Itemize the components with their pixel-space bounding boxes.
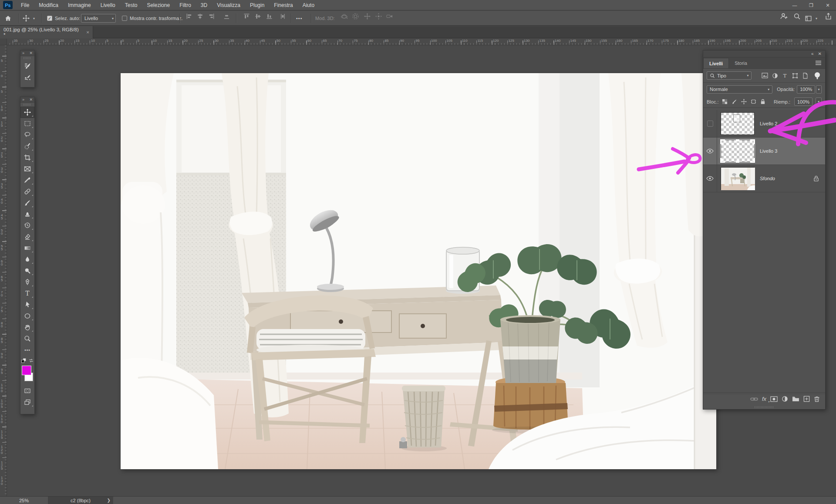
3d-camera-button[interactable] [384, 11, 395, 21]
tool-brush[interactable] [20, 197, 34, 208]
tool-blur[interactable] [20, 254, 34, 265]
fill-field[interactable]: 100% [794, 97, 812, 106]
tab-storia[interactable]: Storia [729, 58, 753, 68]
menu-item[interactable]: Aiuto [298, 0, 319, 10]
layer-style-button[interactable]: fx▾ [762, 396, 766, 402]
tool-crop[interactable] [20, 152, 34, 163]
tool-brush-settings[interactable] [20, 60, 34, 71]
tool-brushes-panel[interactable] [20, 71, 34, 83]
canvas-document[interactable] [121, 73, 716, 469]
layer-name[interactable]: Livello 3 [760, 148, 777, 154]
distribute-vertical-button[interactable] [277, 11, 288, 21]
new-group-icon[interactable] [792, 396, 799, 402]
menu-item[interactable]: Filtro [175, 0, 196, 10]
link-layers-icon[interactable] [750, 396, 758, 402]
menu-item[interactable]: 3D [196, 0, 212, 10]
3d-orbit-button[interactable] [339, 11, 349, 21]
opacity-dropdown-button[interactable]: ▾ [816, 85, 822, 94]
filter-adjustment-layers-button[interactable] [771, 71, 779, 80]
new-adjustment-layer-icon[interactable] [782, 396, 788, 402]
3d-pan-button[interactable] [362, 11, 372, 21]
tool-eraser[interactable] [20, 231, 34, 242]
zoom-level[interactable]: 25% [0, 498, 48, 503]
panel-collapse-icon[interactable]: » [22, 97, 24, 102]
tool-path-selection[interactable] [20, 299, 34, 310]
menu-item[interactable]: Visualizza [212, 0, 245, 10]
align-horizontal-center-button[interactable] [195, 11, 205, 21]
foreground-color-swatch[interactable] [22, 366, 31, 375]
layer-thumbnail[interactable] [721, 140, 755, 162]
align-left-button[interactable] [184, 11, 194, 21]
menu-item[interactable]: Livello [96, 0, 120, 10]
align-bottom-button[interactable] [264, 11, 274, 21]
align-top-button[interactable] [241, 11, 252, 21]
tool-clone-stamp[interactable] [20, 208, 34, 220]
layer-thumbnail[interactable] [721, 112, 755, 135]
panel-close-icon[interactable]: ✕ [29, 97, 33, 102]
filter-shape-layers-button[interactable] [791, 71, 799, 80]
tool-zoom[interactable] [20, 333, 34, 344]
lock-artboard-button[interactable] [750, 97, 757, 106]
workspace-switcher[interactable]: ▾ [805, 11, 817, 26]
layer-name[interactable]: Livello 2 [760, 121, 777, 126]
auto-select-mode-dropdown[interactable]: Livello ▾ [81, 11, 116, 26]
layer-row-sfondo[interactable]: Sfondo [703, 165, 825, 192]
menu-item[interactable]: Plugin [245, 0, 269, 10]
panel-close-icon[interactable]: ✕ [818, 51, 822, 56]
panel-menu-icon[interactable] [815, 60, 822, 66]
tool-history-brush[interactable] [20, 220, 34, 231]
filter-pixel-layers-button[interactable] [760, 71, 769, 80]
swap-colors-icon[interactable] [28, 358, 34, 363]
tool-type[interactable]: T [20, 288, 34, 299]
toolbar-more-button[interactable]: ••• [20, 344, 34, 356]
menu-item[interactable]: File [16, 0, 34, 10]
visibility-toggle[interactable] [703, 165, 717, 192]
align-right-button[interactable] [206, 11, 216, 21]
tool-dodge[interactable] [20, 265, 34, 276]
minimize-button[interactable]: — [786, 0, 803, 10]
tab-livelli[interactable]: Livelli [703, 58, 729, 68]
export-share-button[interactable] [823, 11, 833, 21]
ruler-vertical[interactable]: 5051 01 52 02 53 03 54 04 55 05 56 06 57… [0, 45, 7, 496]
quick-mask-button[interactable] [20, 385, 34, 396]
filter-type-layers-button[interactable]: T [781, 71, 789, 80]
tool-ellipse-shape[interactable] [20, 310, 34, 322]
filter-smart-objects-button[interactable] [801, 71, 809, 80]
filter-toggle[interactable] [813, 71, 822, 80]
lock-position-button[interactable] [740, 97, 748, 106]
tab-close-icon[interactable]: × [86, 30, 89, 35]
auto-select-option[interactable]: ✓ Selez. auto: [47, 11, 80, 26]
tool-pen[interactable] [20, 276, 34, 288]
more-align-options-button[interactable]: ••• [296, 11, 303, 26]
ruler-horizontal[interactable]: 3530252015105051015202530354045505560657… [7, 39, 836, 45]
tool-quick-selection[interactable] [20, 141, 34, 152]
panel-collapse-icon[interactable]: « [811, 51, 814, 56]
tool-eyedropper[interactable] [20, 175, 34, 186]
layer-row-livello-3[interactable]: Livello 3 [703, 138, 825, 165]
document-info[interactable]: c2 (8bpc) ❯ [48, 497, 113, 504]
home-button[interactable] [4, 11, 12, 26]
panel-grip[interactable] [24, 104, 31, 106]
tool-rectangular-marquee[interactable] [20, 118, 34, 129]
search-button[interactable] [792, 11, 802, 21]
add-mask-icon[interactable] [770, 396, 778, 402]
panel-grip[interactable] [24, 57, 31, 59]
panel-close-icon[interactable]: ✕ [29, 51, 33, 55]
fill-dropdown-button[interactable]: ▾ [816, 97, 822, 106]
screen-mode-button[interactable] [20, 396, 34, 408]
menu-item[interactable]: Testo [120, 0, 142, 10]
lock-all-button[interactable] [759, 97, 767, 106]
restore-button[interactable]: ❐ [803, 0, 819, 10]
close-button[interactable]: ✕ [819, 0, 836, 10]
share-profile-button[interactable] [779, 11, 789, 21]
menu-item[interactable]: Modifica [34, 0, 63, 10]
menu-item[interactable]: Finestra [269, 0, 297, 10]
visibility-toggle[interactable] [703, 138, 717, 165]
menu-item[interactable]: Selezione [142, 0, 175, 10]
tool-hand[interactable] [20, 322, 34, 333]
opacity-field[interactable]: 100% [797, 85, 815, 94]
distribute-horizontal-button[interactable] [221, 11, 232, 21]
panel-resize-grip[interactable] [755, 406, 774, 408]
3d-roll-button[interactable] [350, 11, 361, 21]
layer-name[interactable]: Sfondo [760, 176, 775, 181]
